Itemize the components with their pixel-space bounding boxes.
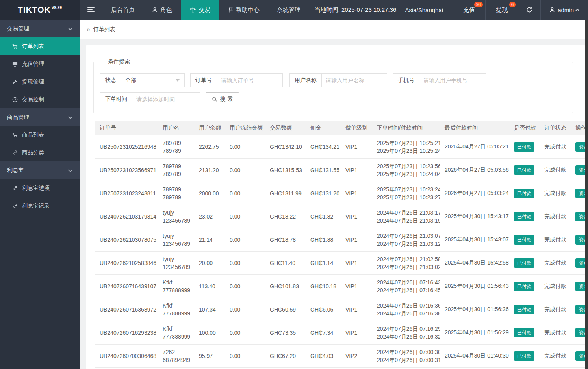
- fund-detail-button[interactable]: 资金明细: [575, 165, 585, 175]
- fund-detail-button[interactable]: 资金明细: [575, 351, 585, 361]
- sidebar-item-label: 商品分类: [22, 149, 44, 156]
- search-button[interactable]: 搜 索: [206, 92, 239, 106]
- chevron-down-icon: [68, 114, 72, 119]
- scales-icon: [189, 7, 196, 13]
- sidebar-group-header[interactable]: 交易管理: [0, 20, 80, 37]
- sidebar-item[interactable]: 商品分类: [0, 144, 80, 161]
- column-header: 用户冻结金额: [224, 124, 265, 132]
- order-time-label: 下单时间: [100, 92, 132, 106]
- column-header: 用户余额: [194, 124, 224, 132]
- user-name-cell: tyujy123456789: [158, 209, 194, 224]
- order-time-input[interactable]: [132, 92, 200, 106]
- sidebar-item[interactable]: 充值管理: [0, 55, 80, 73]
- chevron-down-icon: [68, 26, 72, 30]
- username-text: admin: [558, 7, 574, 13]
- logo-text: TIKTOK: [18, 5, 51, 15]
- table-row: UB2407262103078075 tyujy123456789 21.14 …: [95, 228, 585, 252]
- order-status-cell: 完成付款: [539, 329, 570, 336]
- action-cell: 资金明细: [570, 305, 585, 314]
- refresh-button[interactable]: [518, 0, 540, 20]
- order-no-cell: UB2407262103078075: [95, 237, 158, 243]
- sidebar-item[interactable]: 商品列表: [0, 126, 80, 144]
- phone-input[interactable]: [419, 73, 486, 87]
- recharge-label: 充值: [463, 6, 475, 14]
- vertical-scrollbar[interactable]: [585, 20, 588, 369]
- user-name-cell: Kfkf777888999: [158, 325, 194, 341]
- nav-item-label: 角色: [160, 6, 172, 14]
- withdraw-button[interactable]: 提现 6: [486, 0, 518, 20]
- order-pay-time-cell: 2024年07月26日 07:00:302024年07月26日 07:00:31: [372, 348, 440, 364]
- last-pay-time-cell: 2025年04月30日 15:42:58: [440, 260, 509, 267]
- paid-status-badge: 已付款: [514, 235, 534, 245]
- menu-toggle-button[interactable]: [80, 0, 102, 20]
- vip-level-cell: VIP1: [340, 167, 372, 173]
- user-balance-cell: 2262.75: [194, 144, 224, 150]
- paid-cell: 已付款: [509, 235, 539, 245]
- sidebar-item[interactable]: 利息宝记录: [0, 197, 80, 215]
- sidebar-item[interactable]: 交易控制: [0, 91, 80, 108]
- sidebar-group-header[interactable]: 利息宝: [0, 161, 80, 179]
- user-name-cell: tyujy123456789: [158, 232, 194, 248]
- phone-filter: 手机号: [393, 73, 486, 87]
- column-header: 交易数额: [265, 124, 305, 132]
- trade-amount-cell: GH₵60.59: [265, 306, 305, 313]
- last-pay-time-cell: 2025年04月30日 01:40:30: [440, 352, 509, 360]
- order-status-cell: 完成付款: [539, 283, 570, 290]
- fund-detail-button[interactable]: 资金明细: [575, 328, 585, 337]
- chevron-down-icon: [68, 167, 72, 172]
- paid-cell: 已付款: [509, 351, 539, 361]
- last-pay-time-cell: 2025年04月30日 15:43:07: [440, 236, 509, 243]
- fund-detail-button[interactable]: 资金明细: [575, 142, 585, 152]
- table-body: UB2507231025216948 789789789789 2262.75 …: [95, 135, 585, 369]
- nav-item[interactable]: 后台首页: [102, 0, 143, 20]
- fund-detail-button[interactable]: 资金明细: [575, 235, 585, 245]
- status-select[interactable]: 全部: [121, 73, 185, 87]
- user-menu[interactable]: admin: [541, 0, 588, 20]
- nav-item-label: 系统管理: [277, 6, 300, 14]
- order-pay-time-cell: 2024年07月26日 07:16:432024年07月26日 07:16:45: [372, 278, 440, 294]
- status-label: 状态: [100, 73, 121, 87]
- action-cell: 资金明细: [570, 189, 585, 198]
- paid-cell: 已付款: [509, 189, 539, 198]
- fund-detail-button[interactable]: 资金明细: [575, 305, 585, 314]
- sidebar-group-header[interactable]: 商品管理: [0, 108, 80, 126]
- table-row: UB2507231023243811 789789789789 2000.00 …: [95, 182, 585, 205]
- vip-level-cell: VIP2: [340, 353, 372, 359]
- username-label: 用户名称: [289, 73, 321, 87]
- recharge-button[interactable]: 充值 98: [453, 0, 485, 20]
- refresh-icon: [526, 7, 532, 13]
- nav-item[interactable]: 系统管理: [268, 0, 309, 20]
- recharge-count-badge: 98: [474, 2, 483, 7]
- monitor-icon: [12, 61, 18, 67]
- cart-icon: [12, 44, 18, 49]
- fund-detail-button[interactable]: 资金明细: [575, 189, 585, 198]
- fund-detail-button[interactable]: 资金明细: [575, 258, 585, 268]
- paid-status-badge: 已付款: [514, 258, 534, 268]
- user-balance-cell: 20.00: [194, 260, 224, 266]
- sidebar-item[interactable]: 提现管理: [0, 73, 80, 91]
- table-row: UB2407260700306468 7262687894949 95.97 0…: [95, 345, 585, 368]
- link-icon: [12, 150, 18, 155]
- order-no-input[interactable]: [217, 73, 283, 87]
- flag-icon: [228, 7, 233, 13]
- nav-item[interactable]: 角色: [143, 0, 181, 20]
- username-input[interactable]: [321, 73, 387, 87]
- dropdown-caret-icon: [176, 79, 180, 82]
- column-header: 最后付款时间: [440, 124, 509, 132]
- paid-status-badge: 已付款: [514, 351, 534, 361]
- user-balance-cell: 21.14: [194, 237, 224, 243]
- sidebar-item[interactable]: 利息宝选项: [0, 179, 80, 197]
- fund-detail-button[interactable]: 资金明细: [575, 282, 585, 291]
- nav-item[interactable]: 帮助中心: [219, 0, 268, 20]
- sidebar-item-label: 利息宝记录: [22, 202, 50, 210]
- last-pay-time-cell: 2025年04月30日 01:56:36: [440, 306, 509, 313]
- nav-item[interactable]: 交易: [181, 0, 219, 20]
- sidebar-item[interactable]: 订单列表: [0, 37, 80, 55]
- gauge-icon: [12, 97, 18, 102]
- user-name-cell: 789789789789: [158, 162, 194, 178]
- app-logo: TIKTOKV9.99: [0, 0, 80, 20]
- fund-detail-button[interactable]: 资金明细: [575, 212, 585, 221]
- sidebar-group-label: 利息宝: [7, 167, 24, 174]
- top-nav: 后台首页 角色 交易 帮助中心 系统管理: [102, 0, 309, 20]
- action-cell: 资金明细: [570, 258, 585, 268]
